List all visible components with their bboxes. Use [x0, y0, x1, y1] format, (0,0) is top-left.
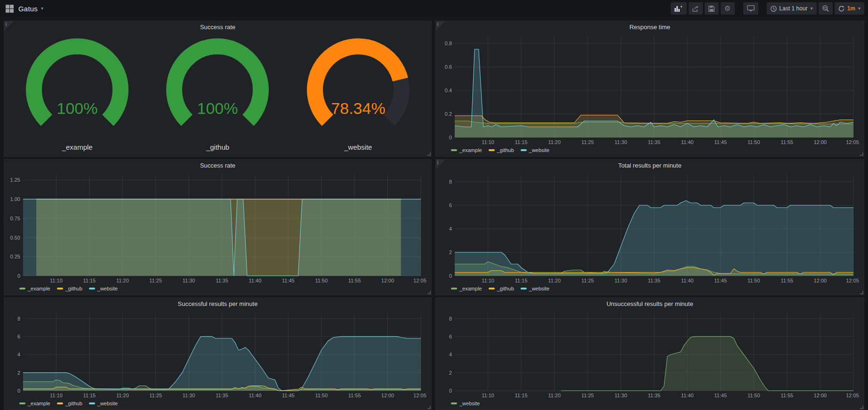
- svg-text:11:10: 11:10: [50, 278, 63, 283]
- svg-text:11:55: 11:55: [780, 393, 793, 398]
- svg-text:12:05: 12:05: [846, 393, 859, 398]
- save-button[interactable]: [705, 2, 719, 15]
- chart-total-results[interactable]: 0246811:1011:1511:2011:2511:3011:3511:40…: [439, 172, 861, 284]
- panel-resize-handle[interactable]: [860, 291, 863, 294]
- panel-unsuccessful-results: Unsuccessful results per minute 0246811:…: [435, 297, 864, 410]
- svg-text:11:30: 11:30: [615, 393, 627, 398]
- dashboard-title: Gatus: [18, 5, 38, 13]
- panel-resize-handle[interactable]: [427, 291, 431, 294]
- legend-label: _example: [28, 286, 50, 291]
- svg-text:2: 2: [449, 249, 452, 255]
- legend-item-_website[interactable]: _website: [521, 147, 549, 153]
- svg-text:12:00: 12:00: [814, 393, 827, 398]
- time-range-label: Last 1 hour: [780, 5, 808, 12]
- save-icon: [708, 6, 715, 12]
- legend-item-_example[interactable]: _example: [451, 286, 482, 291]
- refresh-picker[interactable]: 1m ▾: [835, 2, 864, 15]
- legend-item-_example[interactable]: _example: [19, 286, 50, 291]
- panel-title[interactable]: Success rate: [7, 160, 428, 172]
- gauge-_website: 78.34% _website: [288, 33, 428, 154]
- legend-item-_github[interactable]: _github: [489, 147, 514, 153]
- legend-swatch: [89, 402, 95, 404]
- refresh-icon: [838, 6, 844, 12]
- legend-item-_website[interactable]: _website: [451, 401, 480, 406]
- apps-grid-icon[interactable]: [6, 5, 14, 13]
- legend-label: _website: [529, 147, 549, 153]
- legend-swatch: [89, 288, 95, 289]
- time-range-picker[interactable]: Last 1 hour ▾: [767, 2, 817, 15]
- legend-label: _example: [459, 147, 482, 153]
- legend-item-_website[interactable]: _website: [521, 286, 549, 291]
- panel-info-icon[interactable]: i: [4, 21, 14, 31]
- caret-down-icon: ▾: [41, 6, 43, 11]
- svg-text:11:20: 11:20: [116, 278, 129, 283]
- svg-text:11:15: 11:15: [515, 139, 528, 145]
- legend-label: _github: [497, 147, 514, 153]
- svg-text:11:25: 11:25: [149, 393, 162, 398]
- gauge-row: 100% _example 100% _github 78.34% _websi…: [7, 33, 428, 154]
- svg-text:8: 8: [17, 316, 20, 322]
- svg-text:0.25: 0.25: [10, 254, 20, 259]
- navbar: Gatus ▾ ⚙: [0, 0, 868, 17]
- svg-text:0: 0: [17, 273, 20, 279]
- legend-item-_example[interactable]: _example: [19, 401, 50, 406]
- svg-text:11:15: 11:15: [515, 393, 528, 398]
- add-panel-icon: [675, 5, 683, 12]
- share-button[interactable]: [689, 2, 703, 15]
- svg-text:11:50: 11:50: [747, 278, 760, 283]
- panel-title[interactable]: Successful results per minute: [7, 298, 428, 310]
- legend-item-_website[interactable]: _website: [89, 401, 118, 406]
- svg-text:0: 0: [17, 388, 20, 394]
- zoom-out-icon: [822, 5, 829, 12]
- legend-swatch: [19, 402, 25, 404]
- dashboard-title-dropdown[interactable]: Gatus ▾: [18, 5, 43, 13]
- legend-item-_github[interactable]: _github: [57, 286, 82, 291]
- svg-text:0.6: 0.6: [445, 64, 452, 70]
- svg-text:0.4: 0.4: [445, 88, 452, 93]
- panel-resize-handle[interactable]: [427, 406, 431, 409]
- cycle-view-button[interactable]: [743, 2, 758, 15]
- svg-text:11:15: 11:15: [515, 278, 528, 283]
- panel-resize-handle[interactable]: [860, 153, 863, 156]
- panel-info-icon[interactable]: i: [436, 160, 445, 169]
- panel-info-icon[interactable]: i: [436, 21, 445, 31]
- svg-text:11:10: 11:10: [482, 278, 494, 283]
- settings-button[interactable]: ⚙: [721, 2, 735, 15]
- svg-text:11:35: 11:35: [648, 139, 660, 145]
- legend-item-_website[interactable]: _website: [89, 286, 118, 291]
- panel-title[interactable]: Unsuccessful results per minute: [439, 298, 861, 310]
- refresh-interval-label: 1m: [847, 5, 855, 12]
- panel-resize-handle[interactable]: [860, 406, 863, 409]
- panel-title[interactable]: Response time: [439, 21, 861, 33]
- panel-success-rate-chart: Success rate 00.250.500.751.001.2511:101…: [4, 159, 432, 295]
- legend-swatch: [489, 149, 495, 151]
- chart-successful-results[interactable]: 0246811:1011:1511:2011:2511:3011:3511:40…: [7, 310, 428, 399]
- legend-swatch: [57, 288, 63, 289]
- svg-text:6: 6: [449, 202, 452, 208]
- gauge-value: 100%: [197, 99, 238, 117]
- legend-item-_github[interactable]: _github: [489, 286, 514, 291]
- svg-text:11:35: 11:35: [216, 278, 228, 283]
- svg-text:11:50: 11:50: [747, 393, 760, 398]
- chart-legend: _example_github_website: [7, 284, 428, 293]
- svg-text:11:40: 11:40: [249, 278, 262, 283]
- panel-resize-handle[interactable]: [427, 153, 431, 156]
- chart-success-rate[interactable]: 00.250.500.751.001.2511:1011:1511:2011:2…: [7, 172, 428, 284]
- chart-response-time[interactable]: 00.20.40.60.811:1011:1511:2011:2511:3011…: [439, 33, 861, 146]
- chart-unsuccessful-results[interactable]: 0246811:1011:1511:2011:2511:3011:3511:40…: [439, 310, 861, 399]
- legend-swatch: [451, 149, 457, 151]
- add-panel-button[interactable]: [671, 2, 687, 15]
- svg-text:12:05: 12:05: [846, 278, 859, 283]
- svg-text:11:30: 11:30: [615, 139, 627, 145]
- chart-legend: _website: [439, 399, 861, 408]
- legend-item-_example[interactable]: _example: [451, 147, 482, 153]
- svg-text:11:30: 11:30: [615, 278, 627, 283]
- svg-text:11:20: 11:20: [548, 278, 561, 283]
- panel-title[interactable]: Total results per minute: [439, 160, 861, 172]
- panel-title[interactable]: Success rate: [7, 21, 428, 33]
- svg-text:4: 4: [449, 226, 452, 232]
- svg-text:12:05: 12:05: [413, 278, 426, 283]
- chart-legend: _example_github_website: [439, 146, 861, 154]
- legend-item-_github[interactable]: _github: [57, 401, 82, 406]
- zoom-out-button[interactable]: [819, 2, 833, 15]
